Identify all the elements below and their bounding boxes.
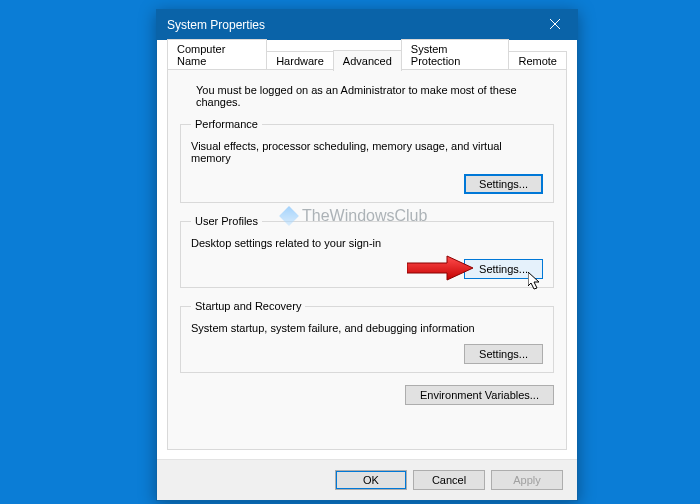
tab-remote[interactable]: Remote [508, 51, 567, 70]
admin-note: You must be logged on as an Administrato… [196, 84, 552, 108]
performance-settings-button[interactable]: Settings... [464, 174, 543, 194]
dialog-footer: OK Cancel Apply [157, 459, 577, 500]
environment-variables-button[interactable]: Environment Variables... [405, 385, 554, 405]
startup-desc: System startup, system failure, and debu… [191, 322, 543, 334]
apply-button[interactable]: Apply [491, 470, 563, 490]
group-performance-legend: Performance [191, 118, 262, 130]
client-area: Computer Name Hardware Advanced System P… [157, 40, 577, 500]
cancel-button[interactable]: Cancel [413, 470, 485, 490]
user-profiles-settings-button[interactable]: Settings... [464, 259, 543, 279]
group-user-profiles: User Profiles Desktop settings related t… [180, 215, 554, 288]
tab-computer-name[interactable]: Computer Name [167, 39, 267, 70]
window-title: System Properties [167, 18, 533, 32]
startup-settings-button[interactable]: Settings... [464, 344, 543, 364]
group-startup-recovery: Startup and Recovery System startup, sys… [180, 300, 554, 373]
tab-hardware[interactable]: Hardware [266, 51, 334, 70]
system-properties-dialog: System Properties Computer Name Hardware… [156, 9, 578, 501]
tab-system-protection[interactable]: System Protection [401, 39, 510, 70]
tab-page-advanced: You must be logged on as an Administrato… [167, 69, 567, 450]
close-button[interactable] [533, 10, 577, 40]
user-profiles-desc: Desktop settings related to your sign-in [191, 237, 543, 249]
group-performance: Performance Visual effects, processor sc… [180, 118, 554, 203]
close-icon [550, 18, 560, 32]
group-user-profiles-legend: User Profiles [191, 215, 262, 227]
tab-strip: Computer Name Hardware Advanced System P… [167, 48, 567, 70]
tab-advanced[interactable]: Advanced [333, 50, 402, 71]
ok-button[interactable]: OK [335, 470, 407, 490]
group-startup-legend: Startup and Recovery [191, 300, 305, 312]
titlebar: System Properties [157, 10, 577, 40]
performance-desc: Visual effects, processor scheduling, me… [191, 140, 543, 164]
